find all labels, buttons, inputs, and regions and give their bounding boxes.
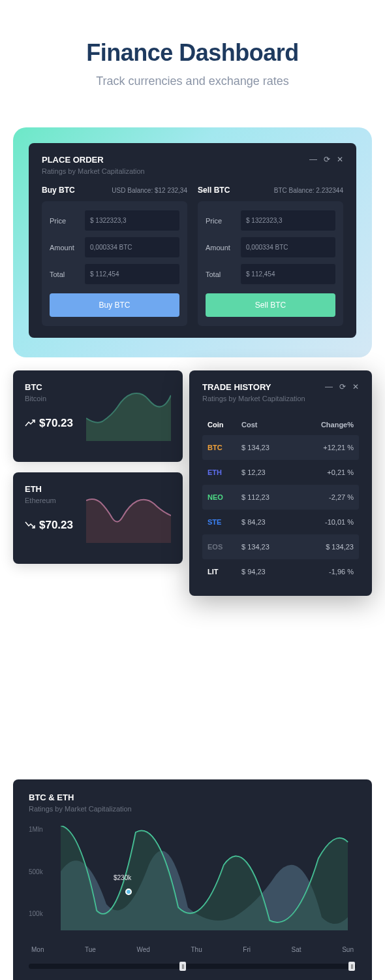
dashboard-container: PLACE ORDER Ratings by Market Capitaliza…: [13, 127, 372, 357]
col-change: Change%: [294, 421, 354, 429]
sell-button[interactable]: Sell BTC: [206, 293, 335, 317]
x-label: Thu: [191, 946, 202, 953]
table-row[interactable]: EOS$ 134,23$ 134,23: [202, 534, 359, 559]
minimize-icon[interactable]: —: [309, 155, 317, 164]
sell-total-label: Total: [206, 270, 236, 278]
slider-handle-left[interactable]: [179, 962, 186, 971]
history-table: Coin Cost Change% BTC$ 134,23+12,21 %ETH…: [202, 414, 359, 584]
row-change: $ 134,23: [294, 543, 354, 551]
place-order-title: PLACE ORDER: [42, 155, 145, 165]
usd-balance: USD Balance: $12 232,34: [112, 187, 187, 194]
btc-name: Bitcoin: [25, 395, 73, 402]
table-row[interactable]: NEO$ 112,23-2,27 %: [202, 485, 359, 510]
buy-price-label: Price: [50, 217, 80, 225]
x-label: Wed: [137, 946, 150, 953]
buy-total-label: Total: [50, 270, 80, 278]
x-label: Sun: [342, 946, 354, 953]
trade-history-card: TRADE HISTORY Ratings by Market Capitali…: [189, 370, 372, 596]
refresh-icon[interactable]: ⟳: [324, 155, 330, 164]
row-coin: LIT: [208, 568, 241, 576]
btc-balance: BTC Balance: 2.232344: [274, 187, 343, 194]
eth-symbol: ETH: [25, 484, 73, 494]
range-slider[interactable]: [29, 964, 356, 969]
row-change: -1,96 %: [294, 568, 354, 576]
minimize-icon[interactable]: —: [325, 382, 333, 391]
history-subtitle: Ratings by Market Capitalization: [202, 395, 305, 402]
row-cost: $ 12,23: [241, 468, 294, 476]
x-axis-labels: MonTueWedThuFriSatSun: [29, 946, 356, 953]
btc-eth-chart-card: BTC & ETH Ratings by Market Capitalizati…: [13, 779, 372, 980]
history-title: TRADE HISTORY: [202, 382, 305, 392]
y-label: 100k: [29, 910, 43, 917]
row-coin: STE: [208, 518, 241, 526]
row-cost: $ 84,23: [241, 518, 294, 526]
row-coin: BTC: [208, 444, 241, 451]
eth-name: Ethereum: [25, 497, 73, 504]
chart-area: 1Mln 500k 100k $230k: [29, 826, 356, 937]
col-coin: Coin: [208, 421, 241, 429]
buy-total-input[interactable]: [85, 264, 179, 284]
btc-sparkline: [86, 382, 171, 441]
sell-title: Sell BTC: [198, 186, 230, 195]
chart-tooltip: $230k: [125, 889, 132, 895]
sell-price-input[interactable]: [241, 210, 335, 231]
page-title: Finance Dashboard: [13, 39, 372, 67]
x-label: Mon: [31, 946, 44, 953]
col-cost: Cost: [241, 421, 294, 429]
row-coin: EOS: [208, 543, 241, 551]
row-cost: $ 94,23: [241, 568, 294, 576]
row-coin: NEO: [208, 493, 241, 501]
row-cost: $ 112,23: [241, 493, 294, 501]
btc-mini-card[interactable]: BTC Bitcoin $70.23: [13, 370, 183, 462]
row-change: -2,27 %: [294, 493, 354, 501]
mini-cards-row: BTC Bitcoin $70.23 ETH Ethereum $70.23: [0, 370, 385, 564]
place-order-card: PLACE ORDER Ratings by Market Capitaliza…: [29, 143, 356, 338]
trend-up-icon: [25, 419, 35, 427]
buy-panel: Buy BTC USD Balance: $12 232,34 Price Am…: [42, 186, 187, 326]
buy-button[interactable]: Buy BTC: [50, 293, 179, 317]
row-change: -10,01 %: [294, 518, 354, 526]
table-row[interactable]: ETH$ 12,23+0,21 %: [202, 460, 359, 485]
buy-price-input[interactable]: [85, 210, 179, 231]
eth-price: $70.23: [25, 519, 73, 532]
row-cost: $ 134,23: [241, 444, 294, 451]
eth-mini-card[interactable]: ETH Ethereum $70.23: [13, 472, 183, 564]
buy-amount-label: Amount: [50, 244, 80, 252]
x-label: Fri: [243, 946, 251, 953]
eth-sparkline: [86, 484, 171, 543]
y-label: 1Mln: [29, 826, 43, 833]
chart-subtitle: Ratings by Market Capitalization: [29, 805, 356, 813]
row-change: +0,21 %: [294, 468, 354, 476]
btc-symbol: BTC: [25, 382, 73, 392]
x-label: Sat: [292, 946, 301, 953]
area-chart: [52, 826, 356, 930]
table-row[interactable]: BTC$ 134,23+12,21 %: [202, 435, 359, 460]
table-row[interactable]: LIT$ 94,23-1,96 %: [202, 559, 359, 584]
buy-amount-input[interactable]: [85, 237, 179, 257]
page-subtitle: Track currencies and exchange rates: [13, 74, 372, 88]
x-label: Tue: [85, 946, 96, 953]
btc-price: $70.23: [25, 417, 73, 430]
sell-total-input[interactable]: [241, 264, 335, 284]
sell-amount-input[interactable]: [241, 237, 335, 257]
slider-handle-right[interactable]: [348, 962, 355, 971]
buy-title: Buy BTC: [42, 186, 75, 195]
close-icon[interactable]: ✕: [337, 155, 343, 164]
close-icon[interactable]: ✕: [352, 382, 359, 391]
row-cost: $ 134,23: [241, 543, 294, 551]
chart-title: BTC & ETH: [29, 792, 356, 802]
row-coin: ETH: [208, 468, 241, 476]
trend-down-icon: [25, 521, 35, 529]
table-row[interactable]: STE$ 84,23-10,01 %: [202, 510, 359, 534]
y-label: 500k: [29, 868, 43, 875]
place-order-subtitle: Ratings by Market Capitalization: [42, 167, 145, 175]
sell-price-label: Price: [206, 217, 236, 225]
sell-amount-label: Amount: [206, 244, 236, 252]
row-change: +12,21 %: [294, 444, 354, 451]
sell-panel: Sell BTC BTC Balance: 2.232344 Price Amo…: [198, 186, 343, 326]
refresh-icon[interactable]: ⟳: [339, 382, 346, 391]
